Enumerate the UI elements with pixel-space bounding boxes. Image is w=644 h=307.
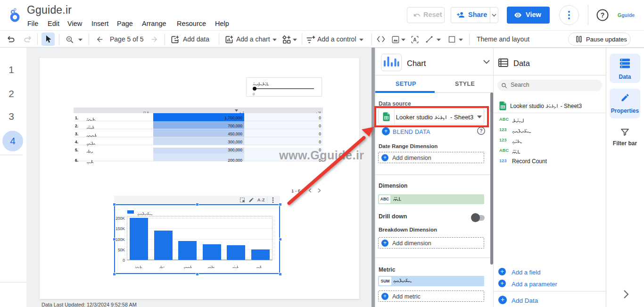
svg-text:A: A [413,37,417,42]
svg-text:?: ? [601,11,605,19]
svg-text:?: ? [479,128,482,133]
